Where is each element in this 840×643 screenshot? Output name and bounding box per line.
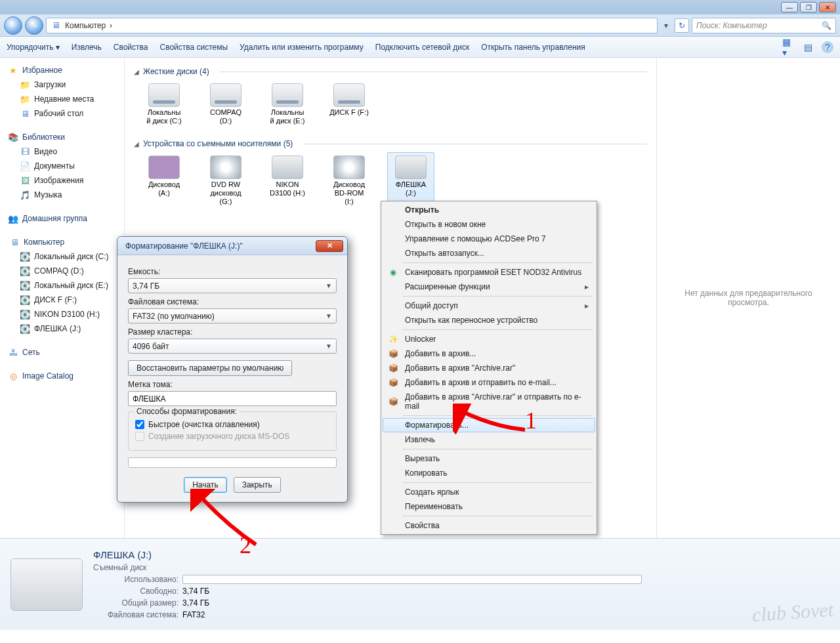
- dialog-titlebar[interactable]: Форматирование "ФЛЕШКА (J:)" ✕: [117, 237, 347, 255]
- drive-g[interactable]: DVD RW дисковод (G:): [202, 152, 249, 209]
- extract-button[interactable]: Извлечь: [72, 43, 102, 52]
- cluster-combo[interactable]: 4096 байт▼: [128, 339, 337, 354]
- ctx-open[interactable]: Открыть: [383, 203, 595, 217]
- minimize-button[interactable]: —: [781, 2, 798, 12]
- ctx-advanced[interactable]: Расширенные функции▸: [383, 280, 595, 294]
- sidebar-network[interactable]: 🖧Сеть: [7, 345, 121, 360]
- drive-a[interactable]: Дисковод (A:): [140, 152, 188, 209]
- archive-icon: 📦: [388, 348, 398, 359]
- ctx-format[interactable]: Форматировать...: [383, 418, 595, 432]
- ctx-open-new-window[interactable]: Открыть в новом окне: [383, 217, 595, 232]
- sidebar-drive-h[interactable]: 💽NIKON D3100 (H:): [7, 307, 121, 322]
- ctx-acdsee[interactable]: Управление с помощью ACDSee Pro 7: [383, 232, 595, 246]
- ctx-rename[interactable]: Переименовать: [383, 499, 595, 514]
- start-button[interactable]: Начать: [184, 477, 227, 493]
- ctx-eject[interactable]: Извлечь: [383, 432, 595, 447]
- back-button[interactable]: ←: [4, 16, 22, 35]
- sidebar-homegroup[interactable]: 👥Домашняя группа: [7, 211, 121, 226]
- sidebar-computer[interactable]: 🖥Компьютер: [7, 235, 121, 249]
- network-icon: 🖧: [8, 347, 18, 358]
- volume-label-input[interactable]: ФЛЕШКА: [128, 391, 337, 406]
- ctx-add-archive-rar[interactable]: 📦Добавить в архив "Archive.rar": [383, 361, 595, 375]
- section-hdd[interactable]: ◢Жесткие диски (4): [134, 67, 647, 76]
- sidebar: ★Избранное 📁Загрузки 📁Недавние места 🖥Ра…: [0, 58, 125, 538]
- dvd-icon: [210, 156, 242, 179]
- help-icon[interactable]: ?: [822, 41, 833, 53]
- ctx-archive-email[interactable]: 📦Добавить в архив и отправить по e-mail.…: [383, 375, 595, 390]
- ctx-autoplay[interactable]: Открыть автозапуск...: [383, 246, 595, 260]
- sidebar-images[interactable]: 🖼Изображения: [7, 173, 121, 188]
- sidebar-image-catalog[interactable]: ◎Image Catalog: [7, 369, 121, 383]
- archive-icon: 📦: [388, 396, 398, 407]
- drive-d[interactable]: COMPAQ (D:): [202, 80, 249, 129]
- sidebar-desktop[interactable]: 🖥Рабочий стол: [7, 106, 121, 121]
- properties-button[interactable]: Свойства: [114, 43, 148, 52]
- close-dialog-button[interactable]: Закрыть: [234, 477, 281, 493]
- wand-icon: ✨: [388, 334, 398, 344]
- drive-f[interactable]: ДИСК F (F:): [326, 80, 373, 129]
- map-drive-button[interactable]: Подключить сетевой диск: [375, 43, 469, 52]
- ctx-copy[interactable]: Копировать: [383, 466, 595, 480]
- floppy-icon: [148, 156, 180, 179]
- ctx-properties[interactable]: Свойства: [383, 518, 595, 533]
- forward-button[interactable]: →: [25, 16, 43, 35]
- sidebar-drive-f[interactable]: 💽ДИСК F (F:): [7, 293, 121, 307]
- ctx-share[interactable]: Общий доступ▸: [383, 299, 595, 313]
- sidebar-recent[interactable]: 📁Недавние места: [7, 92, 121, 106]
- ctx-shortcut[interactable]: Создать ярлык: [383, 485, 595, 499]
- format-options-title: Способы форматирования:: [134, 407, 240, 416]
- sidebar-libraries[interactable]: 📚Библиотеки: [7, 130, 121, 144]
- details-pane: ФЛЕШКА (J:) Съемный диск Использовано: С…: [0, 538, 840, 630]
- ctx-add-archive[interactable]: 📦Добавить в архив...: [383, 346, 595, 361]
- breadcrumb-dropdown[interactable]: ▾: [660, 21, 672, 30]
- search-input[interactable]: Поиск: Компьютер 🔍: [692, 18, 836, 33]
- ctx-unlocker[interactable]: ✨Unlocker: [383, 332, 595, 346]
- sidebar-drive-j[interactable]: 💽ФЛЕШКА (J:): [7, 322, 121, 336]
- archive-icon: 📦: [388, 363, 398, 373]
- breadcrumb[interactable]: 🖥 Компьютер ›: [46, 18, 658, 33]
- sidebar-drive-d[interactable]: 💽COMPAQ (D:): [7, 264, 121, 278]
- details-free-label: Свободно:: [93, 587, 178, 596]
- quick-format-checkbox[interactable]: Быстрое (очистка оглавления): [135, 420, 329, 429]
- control-panel-button[interactable]: Открыть панель управления: [481, 43, 585, 52]
- sidebar-drive-e[interactable]: 💽Локальный диск (E:): [7, 278, 121, 293]
- ctx-portable[interactable]: Открыть как переносное устройство: [383, 313, 595, 327]
- section-removable[interactable]: ◢Устройства со съемными носителями (5): [134, 139, 647, 148]
- view-icon[interactable]: ▦ ▾: [782, 41, 794, 53]
- drive-h[interactable]: NIKON D3100 (H:): [264, 152, 311, 209]
- separator: [402, 296, 593, 297]
- restore-defaults-button[interactable]: Восстановить параметры по умолчанию: [128, 360, 292, 376]
- system-properties-button[interactable]: Свойства системы: [159, 43, 228, 52]
- sidebar-documents[interactable]: 📄Документы: [7, 159, 121, 173]
- chevron-down-icon: ▼: [326, 342, 332, 350]
- search-icon: 🔍: [822, 21, 831, 30]
- ctx-archive-rar-email[interactable]: 📦Добавить в архив "Archive.rar" и отправ…: [383, 390, 595, 413]
- dialog-close-button[interactable]: ✕: [316, 240, 343, 252]
- sidebar-downloads[interactable]: 📁Загрузки: [7, 77, 121, 92]
- hdd-icon: [148, 83, 180, 107]
- organize-button[interactable]: Упорядочить ▾: [7, 43, 60, 52]
- close-button[interactable]: ✕: [819, 2, 836, 12]
- ctx-eset-scan[interactable]: ◉Сканировать программой ESET NOD32 Antiv…: [383, 265, 595, 280]
- annotation-1: 1: [525, 407, 537, 434]
- sidebar-video[interactable]: 🎞Видео: [7, 144, 121, 159]
- msdos-checkbox: Создание загрузочного диска MS-DOS: [135, 432, 329, 441]
- drive-e[interactable]: Локальны й диск (E:): [264, 80, 311, 129]
- drive-i[interactable]: Дисковод BD-ROM (I:): [326, 152, 373, 209]
- cluster-label: Размер кластера:: [128, 327, 337, 337]
- sidebar-music[interactable]: 🎵Музыка: [7, 188, 121, 202]
- ctx-cut[interactable]: Вырезать: [383, 451, 595, 466]
- preview-pane-icon[interactable]: ▤: [802, 41, 814, 53]
- capacity-combo[interactable]: 3,74 ГБ▼: [128, 278, 337, 293]
- filesystem-combo[interactable]: FAT32 (по умолчанию)▼: [128, 308, 337, 323]
- submenu-arrow-icon: ▸: [585, 282, 589, 291]
- maximize-button[interactable]: ❐: [800, 2, 817, 12]
- details-total-label: Общий размер:: [93, 598, 178, 608]
- sidebar-favorites[interactable]: ★Избранное: [7, 63, 121, 77]
- hdd-icon: [333, 83, 365, 107]
- collapse-icon: ◢: [134, 68, 139, 75]
- drive-c[interactable]: Локальны й диск (C:): [140, 80, 188, 129]
- sidebar-drive-c[interactable]: 💽Локальный диск (C:): [7, 249, 121, 264]
- uninstall-button[interactable]: Удалить или изменить программу: [240, 43, 364, 52]
- refresh-button[interactable]: ↻: [675, 18, 689, 33]
